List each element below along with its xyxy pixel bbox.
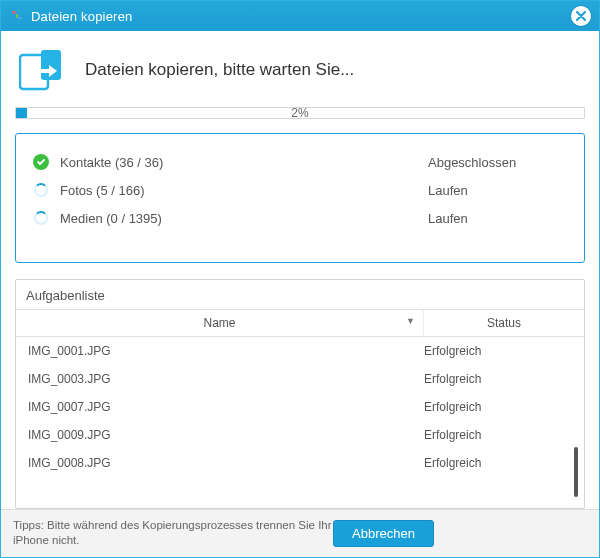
tasklist-header: Name ▼ Status	[16, 309, 584, 337]
category-label: Kontakte (36 / 36)	[60, 155, 428, 170]
tasklist-panel: Aufgabenliste Name ▼ Status IMG_0001.JPG…	[15, 279, 585, 509]
tasklist-body[interactable]: IMG_0001.JPGErfolgreichIMG_0003.JPGErfol…	[16, 337, 584, 508]
task-name: IMG_0007.JPG	[20, 400, 420, 414]
spinner-icon	[32, 181, 50, 199]
task-row: IMG_0001.JPGErfolgreich	[16, 337, 584, 365]
app-icon	[9, 8, 25, 24]
header-message: Dateien kopieren, bitte warten Sie...	[85, 60, 354, 80]
tasklist-title: Aufgabenliste	[16, 280, 584, 309]
spinner-icon	[32, 209, 50, 227]
check-circle-icon	[32, 153, 50, 171]
header-row: Dateien kopieren, bitte warten Sie...	[15, 41, 585, 105]
window-title: Dateien kopieren	[31, 9, 571, 24]
category-label: Medien (0 / 1395)	[60, 211, 428, 226]
category-row: Fotos (5 / 166)Laufen	[32, 176, 568, 204]
category-row: Kontakte (36 / 36)Abgeschlossen	[32, 148, 568, 176]
task-name: IMG_0003.JPG	[20, 372, 420, 386]
category-label: Fotos (5 / 166)	[60, 183, 428, 198]
category-state: Laufen	[428, 183, 568, 198]
footer-tip: Tipps: Bitte während des Kopierungsproze…	[13, 518, 333, 549]
task-row: IMG_0009.JPGErfolgreich	[16, 421, 584, 449]
dialog-content: Dateien kopieren, bitte warten Sie... 2%…	[1, 31, 599, 509]
task-status: Erfolgreich	[420, 400, 580, 414]
transfer-devices-icon	[19, 49, 69, 91]
dialog-window: Dateien kopieren Dateien kopieren, bitte…	[0, 0, 600, 558]
column-header-status[interactable]: Status	[424, 310, 584, 336]
task-row: IMG_0003.JPGErfolgreich	[16, 365, 584, 393]
task-name: IMG_0009.JPG	[20, 428, 420, 442]
task-status: Erfolgreich	[420, 456, 580, 470]
category-status-box: Kontakte (36 / 36)AbgeschlossenFotos (5 …	[15, 133, 585, 263]
sort-indicator-icon: ▼	[406, 316, 415, 326]
task-row: IMG_0007.JPGErfolgreich	[16, 393, 584, 421]
title-bar[interactable]: Dateien kopieren	[1, 1, 599, 31]
task-status: Erfolgreich	[420, 372, 580, 386]
category-state: Abgeschlossen	[428, 155, 568, 170]
cancel-button[interactable]: Abbrechen	[333, 520, 434, 547]
task-row: IMG_0008.JPGErfolgreich	[16, 449, 584, 477]
dialog-footer: Tipps: Bitte während des Kopierungsproze…	[1, 509, 599, 557]
task-status: Erfolgreich	[420, 428, 580, 442]
progress-bar: 2%	[15, 107, 585, 119]
task-status: Erfolgreich	[420, 344, 580, 358]
category-state: Laufen	[428, 211, 568, 226]
task-name: IMG_0008.JPG	[20, 456, 420, 470]
close-button[interactable]	[571, 6, 591, 26]
column-header-name[interactable]: Name ▼	[16, 310, 424, 336]
svg-rect-0	[16, 14, 18, 18]
progress-label: 2%	[16, 107, 584, 119]
category-row: Medien (0 / 1395)Laufen	[32, 204, 568, 232]
scrollbar-thumb[interactable]	[574, 447, 578, 497]
task-name: IMG_0001.JPG	[20, 344, 420, 358]
